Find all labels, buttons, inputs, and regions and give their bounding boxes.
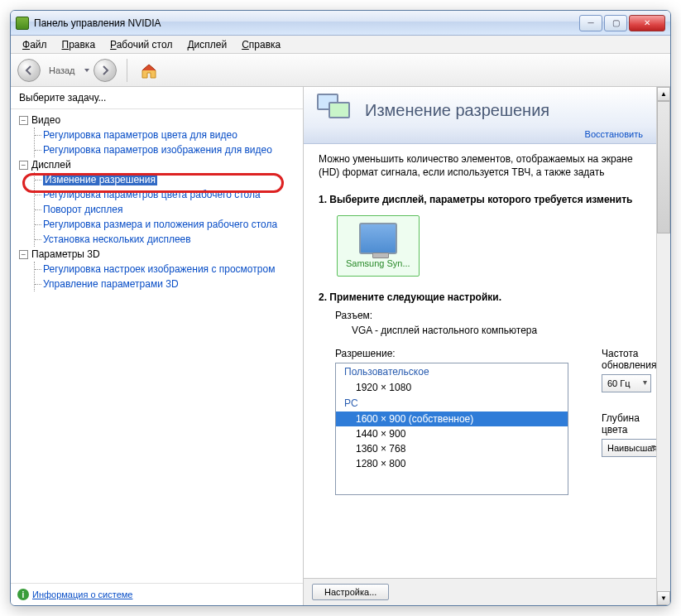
content-footer: Настройка... [304, 578, 656, 605]
menu-edit[interactable]: Правка [55, 37, 103, 52]
window-title: Панель управления NVIDIA [34, 17, 579, 29]
step2-label: 2. Примените следующие настройки. [319, 291, 656, 303]
collapse-icon[interactable]: − [19, 161, 28, 170]
collapse-icon[interactable]: − [19, 116, 28, 125]
restore-defaults-link[interactable]: Восстановить [585, 129, 643, 139]
back-arrow-icon [23, 65, 35, 76]
page-title: Изменение разрешения [365, 101, 549, 120]
tree-item-change-resolution[interactable]: Изменение разрешения [35, 172, 301, 187]
choose-task-label: Выберите задачу... [11, 87, 303, 108]
content-body: Можно уменьшить количество элементов, от… [304, 144, 656, 605]
menu-file[interactable]: ФФайлайл [16, 37, 54, 52]
resolution-header-icon [317, 94, 357, 127]
toolbar: Назад [11, 54, 670, 87]
connector-label: Разъем: [335, 310, 656, 321]
home-icon [140, 61, 158, 79]
res-option[interactable]: 1440 × 900 [336, 426, 568, 441]
menu-display[interactable]: Дисплей [180, 37, 233, 52]
res-option-selected[interactable]: 1600 × 900 (собственное) [336, 411, 568, 426]
tree-item-desktop-size-pos[interactable]: Регулировка размера и положения рабочего… [35, 217, 301, 232]
res-option[interactable]: 1920 × 1080 [336, 380, 568, 395]
back-button[interactable] [17, 59, 41, 82]
refresh-label: Частота обновления [602, 348, 656, 371]
tree-item-rotate-display[interactable]: Поворот дисплея [35, 202, 301, 217]
resolution-label: Разрешение: [335, 348, 568, 359]
toolbar-separator [127, 59, 127, 82]
tree-item-3d-preview[interactable]: Регулировка настроек изображения с просм… [35, 262, 301, 277]
forward-button[interactable] [94, 59, 117, 82]
sidebar: Выберите задачу... −Видео Регулировка па… [11, 87, 304, 605]
connector-value: VGA - дисплей настольного компьютера [352, 325, 656, 336]
settings-button[interactable]: Настройка... [312, 584, 389, 600]
vertical-scrollbar[interactable]: ▲ ▼ [656, 87, 670, 605]
tree-item-video-image[interactable]: Регулировка параметров изображения для в… [35, 142, 301, 157]
minimize-button[interactable]: ─ [579, 15, 602, 31]
close-button[interactable]: ✕ [629, 15, 665, 31]
task-tree: −Видео Регулировка параметров цвета для … [11, 108, 303, 583]
menu-help[interactable]: Справка [235, 37, 287, 52]
maximize-button[interactable]: ▢ [604, 15, 627, 31]
tree-item-3d-manage[interactable]: Управление параметрами 3D [35, 277, 301, 291]
scroll-up-button[interactable]: ▲ [657, 87, 670, 101]
content-pane: Изменение разрешения Восстановить Можно … [304, 87, 656, 605]
monitor-icon [359, 223, 397, 254]
step1-label: 1. Выберите дисплей, параметры которого … [319, 194, 656, 205]
tree-item-multiple-displays[interactable]: Установка нескольких дисплеев [35, 232, 301, 247]
res-group-custom: Пользовательское [336, 363, 568, 380]
info-icon: i [17, 589, 29, 600]
home-button[interactable] [137, 59, 161, 82]
res-option[interactable]: 1280 × 800 [336, 456, 568, 471]
resolution-listbox[interactable]: Пользовательское 1920 × 1080 PC 1600 × 9… [335, 363, 568, 495]
tree-cat-display[interactable]: −Дисплей Изменение разрешения Регулировк… [19, 157, 301, 247]
description-text: Можно уменьшить количество элементов, от… [319, 152, 656, 179]
menu-bar: ФФайлайл Правка Рабочий стол Дисплей Спр… [11, 36, 670, 54]
system-info-link[interactable]: i Информация о системе [11, 583, 303, 605]
menu-desktop[interactable]: Рабочий стол [103, 37, 179, 52]
depth-combo[interactable]: Наивысшая [602, 439, 656, 457]
depth-label: Глубина цвета [602, 412, 656, 436]
res-option[interactable]: 1360 × 768 [336, 441, 568, 456]
tree-item-video-color[interactable]: Регулировка параметров цвета для видео [35, 128, 301, 142]
back-label: Назад [49, 65, 75, 75]
nvidia-icon [16, 17, 29, 30]
display-name: Samsung Syn... [346, 258, 410, 268]
collapse-icon[interactable]: − [19, 250, 28, 259]
refresh-combo[interactable]: 60 Гц [602, 374, 651, 392]
res-group-pc: PC [336, 395, 568, 411]
scroll-thumb[interactable] [657, 101, 670, 233]
scroll-track[interactable] [657, 233, 670, 591]
scroll-down-button[interactable]: ▼ [657, 591, 670, 605]
titlebar[interactable]: Панель управления NVIDIA ─ ▢ ✕ [11, 11, 670, 36]
tree-item-desktop-color[interactable]: Регулировка параметров цвета рабочего ст… [35, 187, 301, 202]
forward-arrow-icon [99, 65, 111, 76]
dropdown-icon[interactable] [84, 67, 90, 74]
window-frame: Панель управления NVIDIA ─ ▢ ✕ ФФайлайл … [10, 10, 671, 606]
display-thumbnail[interactable]: Samsung Syn... [337, 215, 420, 277]
tree-cat-3d[interactable]: −Параметры 3D Регулировка настроек изобр… [19, 247, 301, 291]
content-header: Изменение разрешения Восстановить [304, 87, 656, 144]
tree-cat-video[interactable]: −Видео Регулировка параметров цвета для … [19, 113, 301, 157]
